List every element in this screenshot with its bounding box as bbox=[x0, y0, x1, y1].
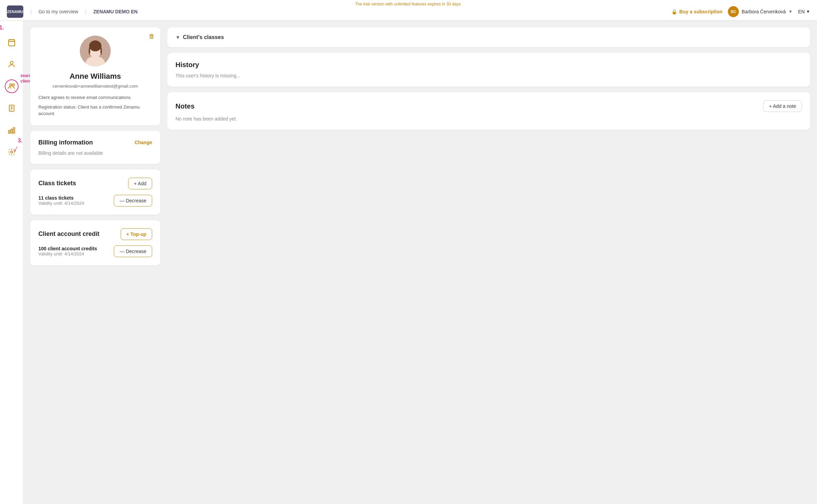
sidebar-item-clients[interactable] bbox=[5, 79, 19, 93]
svg-point-4 bbox=[10, 61, 13, 64]
lock-icon: 🔒 bbox=[671, 9, 677, 14]
ticket-validity: Validity until: 4/14/2024 bbox=[38, 201, 84, 206]
buy-subscription-button[interactable]: 🔒 Buy a subscription bbox=[671, 9, 722, 14]
client-credit-title: Client account credit bbox=[38, 230, 99, 238]
clients-classes-label: Client's classes bbox=[183, 34, 224, 40]
right-column: ▼ Client's classes History This user's h… bbox=[167, 27, 810, 497]
history-card: History This user's history is missing..… bbox=[167, 53, 810, 87]
step3-annotation: 3. bbox=[18, 138, 22, 144]
add-note-button[interactable]: + Add a note bbox=[763, 100, 802, 112]
history-empty-message: This user's history is missing... bbox=[175, 73, 802, 78]
trial-banner: The trial version with unlimited feature… bbox=[355, 2, 462, 7]
add-ticket-button[interactable]: + Add bbox=[128, 178, 152, 189]
billing-title: Billing information bbox=[38, 139, 93, 146]
sidebar-item-calendar[interactable] bbox=[5, 36, 19, 49]
profile-avatar bbox=[80, 36, 111, 66]
credit-count: 100 client account credits bbox=[38, 246, 97, 251]
client-credit-card: Client account credit + Top-up 100 clien… bbox=[30, 220, 160, 265]
delete-profile-button[interactable]: 🗑 bbox=[149, 33, 155, 40]
chevron-down-icon-classes: ▼ bbox=[175, 35, 180, 40]
sidebar-item-clipboard[interactable] bbox=[5, 101, 19, 115]
user-avatar: BC bbox=[728, 6, 739, 17]
svg-point-19 bbox=[89, 40, 101, 51]
credit-validity: Validity until: 4/14/2024 bbox=[38, 251, 97, 256]
step1-annotation: 1. bbox=[0, 25, 4, 31]
profile-card: 🗑 Anne Williams cervenkovab+an bbox=[30, 27, 160, 125]
profile-email: cervenkovab+annewilliamstest@gmail.com bbox=[38, 84, 152, 89]
notes-empty-message: No note has been added yet. bbox=[175, 116, 802, 122]
svg-rect-0 bbox=[9, 40, 15, 46]
chevron-down-icon: ▼ bbox=[789, 9, 793, 14]
class-tickets-card: Class tickets + Add 11 class tickets Val… bbox=[30, 169, 160, 215]
demo-label: ZENAMU DEMO EN bbox=[93, 9, 137, 14]
go-to-overview-link[interactable]: Go to my overview bbox=[38, 9, 78, 14]
billing-card: 3. ↓ Billing information Change Billing … bbox=[30, 131, 160, 164]
svg-point-5 bbox=[10, 84, 12, 86]
billing-change-button[interactable]: Change bbox=[135, 140, 152, 145]
svg-rect-14 bbox=[13, 128, 15, 133]
sidebar-item-person[interactable] bbox=[5, 58, 19, 71]
top-navigation: The trial version with unlimited feature… bbox=[0, 0, 817, 21]
chevron-down-icon-lang: ▼ bbox=[806, 9, 810, 14]
class-tickets-title: Class tickets bbox=[38, 180, 76, 187]
ticket-count: 11 class tickets bbox=[38, 195, 84, 201]
svg-rect-13 bbox=[11, 129, 12, 133]
sidebar-item-analytics[interactable] bbox=[5, 123, 19, 137]
svg-point-6 bbox=[12, 84, 14, 86]
decrease-ticket-button[interactable]: — Decrease bbox=[114, 195, 152, 206]
user-name: Barbora Červenková bbox=[742, 9, 785, 14]
profile-consent-note: Client agrees to receive email communica… bbox=[38, 94, 152, 117]
user-menu[interactable]: BC Barbora Červenková ▼ bbox=[728, 6, 792, 17]
notes-title: Notes bbox=[175, 102, 195, 110]
clients-classes-card[interactable]: ▼ Client's classes bbox=[167, 27, 810, 47]
left-column: 🗑 Anne Williams cervenkovab+an bbox=[30, 27, 160, 497]
sidebar: 1. 2. search forclient's name bbox=[0, 21, 23, 504]
nav-divider: | bbox=[30, 9, 32, 15]
nav-divider-2: | bbox=[85, 9, 86, 15]
decrease-credit-button[interactable]: — Decrease bbox=[114, 245, 152, 257]
profile-name: Anne Williams bbox=[38, 72, 152, 81]
notes-card: Notes + Add a note No note has been adde… bbox=[167, 92, 810, 130]
topup-button[interactable]: + Top-up bbox=[121, 228, 152, 240]
svg-rect-12 bbox=[9, 130, 10, 133]
billing-detail: Billing details are not available bbox=[38, 150, 152, 156]
history-title: History bbox=[175, 61, 802, 69]
language-selector[interactable]: EN ▼ bbox=[798, 9, 810, 14]
